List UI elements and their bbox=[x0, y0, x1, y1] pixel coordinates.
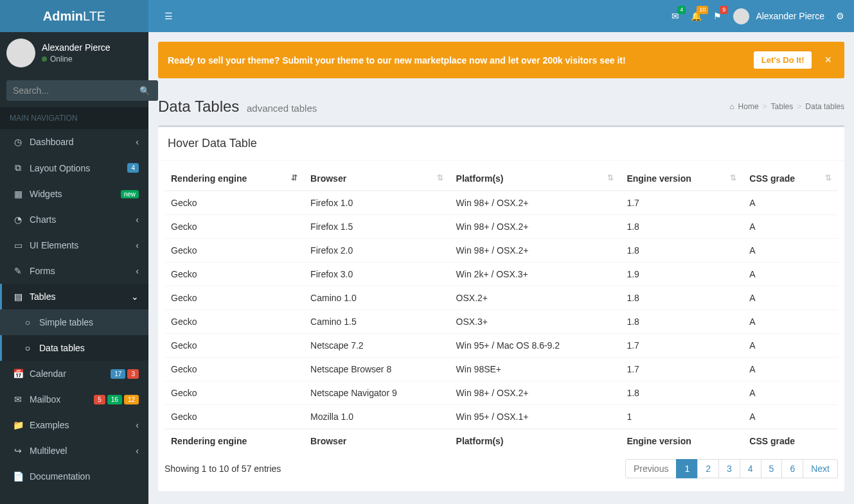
breadcrumb-tables[interactable]: Tables bbox=[771, 102, 794, 111]
pagination-page[interactable]: 1 bbox=[676, 459, 698, 478]
table-row: GeckoNetscape 7.2Win 95+ / Mac OS 8.6-9.… bbox=[165, 334, 838, 358]
user-status: Online bbox=[42, 55, 111, 64]
sidebar-item-examples[interactable]: 📁Examples‹ bbox=[0, 412, 148, 438]
sidebar-item-label: Calendar bbox=[30, 369, 111, 379]
table-cell: Win 98+ / OSX.2+ bbox=[450, 381, 621, 405]
table-row: GeckoFirefox 3.0Win 2k+ / OSX.3+1.9A bbox=[165, 263, 838, 286]
sidebar-item-calendar[interactable]: 📅Calendar173 bbox=[0, 361, 148, 387]
callout-text: Ready to sell your theme? Submit your th… bbox=[168, 55, 744, 65]
table-row: GeckoFirefox 2.0Win 98+ / OSX.2+1.8A bbox=[165, 239, 838, 263]
table-cell: Win 98+ / OSX.2+ bbox=[450, 191, 621, 215]
avatar bbox=[733, 8, 749, 24]
hamburger-icon: ☰ bbox=[165, 11, 173, 21]
circle-icon: ○ bbox=[21, 343, 34, 353]
table-row: GeckoNetscape Navigator 9Win 98+ / OSX.2… bbox=[165, 381, 838, 405]
nav-notifications[interactable]: 🔔 10 bbox=[691, 11, 702, 21]
table-cell: Gecko bbox=[165, 334, 304, 358]
sidebar-item-charts[interactable]: ◔Charts‹ bbox=[0, 207, 148, 232]
table-row: GeckoCamino 1.5OSX.3+1.8A bbox=[165, 310, 838, 334]
table-row: GeckoNetscape Browser 8Win 98SE+1.7A bbox=[165, 358, 838, 381]
menu-icon: 📄 bbox=[12, 471, 24, 482]
sidebar-item-ui-elements[interactable]: ▭UI Elements‹ bbox=[0, 232, 148, 258]
menu-icon: ⧉ bbox=[12, 162, 24, 173]
circle-icon: ○ bbox=[21, 317, 34, 327]
column-header[interactable]: Rendering engine⇵ bbox=[165, 167, 304, 191]
column-footer: Engine version bbox=[620, 429, 743, 453]
pagination: Previous123456Next bbox=[626, 459, 838, 478]
sidebar-item-forms[interactable]: ✎Forms‹ bbox=[0, 258, 148, 284]
column-header[interactable]: Platform(s)⇅ bbox=[450, 167, 621, 191]
pagination-page[interactable]: 2 bbox=[697, 459, 719, 478]
menu-icon: ↪ bbox=[12, 446, 24, 456]
sidebar-item-mailbox[interactable]: ✉Mailbox51612 bbox=[0, 387, 148, 412]
pagination-page[interactable]: 3 bbox=[718, 459, 740, 478]
tasks-badge: 9 bbox=[720, 6, 728, 14]
sidebar-item-tables[interactable]: ▤Tables⌄ bbox=[0, 284, 148, 309]
sidebar-user-name: Alexander Pierce bbox=[42, 42, 111, 53]
nav-messages[interactable]: ✉ 4 bbox=[672, 11, 679, 21]
table-cell: Win 95+ / OSX.1+ bbox=[450, 405, 621, 430]
sidebar-item-widgets[interactable]: ▦Widgetsnew bbox=[0, 181, 148, 207]
pagination-page[interactable]: 4 bbox=[740, 459, 761, 478]
sidebar-nav-header: MAIN NAVIGATION bbox=[0, 107, 148, 129]
callout-action-button[interactable]: Let's Do It! bbox=[754, 51, 812, 69]
pagination-page[interactable]: 5 bbox=[761, 459, 783, 478]
sidebar-item-multilevel[interactable]: ↪Multilevel‹ bbox=[0, 438, 148, 464]
table-cell: Gecko bbox=[165, 215, 304, 239]
sort-icon: ⇅ bbox=[730, 173, 736, 182]
table-cell: Win 98+ / OSX.2+ bbox=[450, 215, 621, 239]
breadcrumb-current: Data tables bbox=[805, 102, 844, 111]
table-cell: Camino 1.5 bbox=[304, 310, 449, 334]
pagination-page[interactable]: 6 bbox=[781, 459, 803, 478]
callout-close-button[interactable]: × bbox=[821, 53, 835, 67]
table-row: GeckoFirefox 1.0Win 98+ / OSX.2+1.7A bbox=[165, 191, 838, 215]
table-cell: Firefox 3.0 bbox=[304, 263, 449, 286]
top-navbar: ☰ ✉ 4 🔔 10 ⚑ 9 Alexander Pierce bbox=[148, 0, 854, 32]
sort-icon: ⇅ bbox=[607, 173, 614, 182]
menu-icon: ◔ bbox=[12, 214, 24, 225]
sidebar-item-documentation[interactable]: 📄Documentation bbox=[0, 464, 148, 489]
nav-tasks[interactable]: ⚑ 9 bbox=[713, 11, 722, 21]
breadcrumb-home[interactable]: Home bbox=[738, 102, 759, 111]
badge: 17 bbox=[111, 369, 125, 379]
table-cell: A bbox=[743, 358, 838, 381]
nav-settings[interactable]: ⚙ bbox=[836, 11, 844, 21]
table-cell: Gecko bbox=[165, 310, 304, 334]
table-cell: Win 95+ / Mac OS 8.6-9.2 bbox=[450, 334, 621, 358]
chevron-left-icon: ‹ bbox=[136, 266, 139, 276]
table-cell: 1.8 bbox=[620, 239, 743, 263]
table-cell: 1.7 bbox=[620, 334, 743, 358]
messages-badge: 4 bbox=[677, 6, 686, 14]
table-cell: Win 2k+ / OSX.3+ bbox=[450, 263, 621, 286]
menu-icon: ✉ bbox=[12, 394, 24, 404]
logo[interactable]: AdminLTE bbox=[0, 0, 148, 32]
column-header[interactable]: Browser⇅ bbox=[304, 167, 449, 191]
table-cell: Win 98SE+ bbox=[450, 358, 621, 381]
sidebar-item-label: Charts bbox=[30, 214, 136, 225]
search-input[interactable] bbox=[6, 80, 132, 101]
sort-icon: ⇅ bbox=[437, 173, 443, 182]
column-footer: Platform(s) bbox=[450, 429, 621, 453]
table-cell: Gecko bbox=[165, 405, 304, 430]
sidebar-toggle-button[interactable]: ☰ bbox=[158, 4, 179, 28]
marketplace-callout: Ready to sell your theme? Submit your th… bbox=[158, 42, 844, 78]
nav-user-name: Alexander Pierce bbox=[756, 11, 824, 21]
table-cell: 1.9 bbox=[620, 263, 743, 286]
home-icon: ⌂ bbox=[729, 102, 734, 111]
sidebar-subitem-simple-tables[interactable]: ○Simple tables bbox=[0, 309, 148, 335]
sidebar-item-layout-options[interactable]: ⧉Layout Options4 bbox=[0, 155, 148, 181]
chevron-left-icon: ‹ bbox=[136, 137, 139, 147]
badge: 12 bbox=[124, 395, 139, 404]
menu-icon: ▦ bbox=[12, 189, 24, 199]
table-cell: Gecko bbox=[165, 191, 304, 215]
sidebar-item-dashboard[interactable]: ◷Dashboard‹ bbox=[0, 129, 148, 155]
sidebar-item-label: Tables bbox=[30, 291, 131, 302]
table-cell: OSX.2+ bbox=[450, 286, 621, 310]
column-footer: Browser bbox=[304, 429, 449, 453]
table-cell: Gecko bbox=[165, 263, 304, 286]
column-header[interactable]: CSS grade⇅ bbox=[743, 167, 838, 191]
pagination-next[interactable]: Next bbox=[803, 459, 838, 478]
column-header[interactable]: Engine version⇅ bbox=[620, 167, 743, 191]
sidebar-subitem-data-tables[interactable]: ○Data tables bbox=[0, 335, 148, 361]
nav-user-menu[interactable]: Alexander Pierce bbox=[733, 8, 824, 24]
